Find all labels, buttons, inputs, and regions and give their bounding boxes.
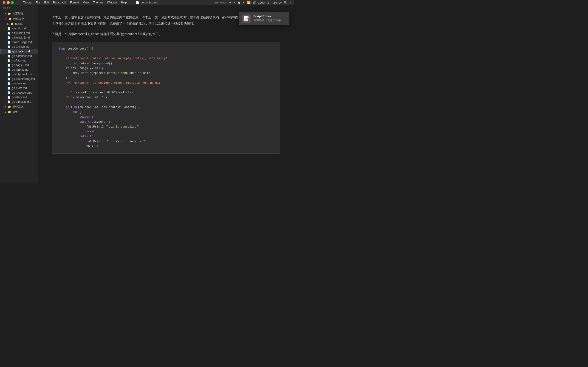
sidebar-item-assets[interactable]: ▶ 📁 assets xyxy=(0,22,38,26)
fullscreen-button[interactable] xyxy=(11,1,14,4)
titlebar-center: 📄 go-context.md xyxy=(136,1,158,4)
notif-content: Script Editor 添加成功：去超市买菜 xyxy=(253,15,281,22)
code-line-21: ch <- 1 xyxy=(59,144,273,149)
titlebar-right: 255 Words ✈ ✂ ⏺ ✶ 📶 🔊 100% S 7:59 AM 🔍 ≡ xyxy=(215,1,291,4)
file-title: go-context.md xyxy=(141,1,158,4)
folder-label: 代码大全 xyxy=(13,17,24,21)
sidebar-item-go-panic[interactable]: 📄 go-panic.md xyxy=(0,81,38,86)
sidebar-item-go-flags[interactable]: 📄 go-flags.md xyxy=(0,58,38,63)
sidebar-item-c-filelock-2[interactable]: 📄 c-filelock-2.md xyxy=(0,35,38,40)
file-label: go-proto.md xyxy=(12,86,27,90)
file-icon: 📄 xyxy=(7,96,10,99)
format-menu[interactable]: Format xyxy=(68,0,81,5)
file-label: c-filelock-2.md xyxy=(12,36,30,39)
code-line-3: // background context returns an empty c… xyxy=(59,56,273,61)
chevron-right-icon: ▶ xyxy=(5,105,6,108)
titlebar-left:  Typora File Edit Paragraph Format View… xyxy=(3,0,129,5)
volume-icon: 🔊 xyxy=(252,1,256,4)
sidebar-item-go-reuseport[interactable]: 📄 go-reuseport.md xyxy=(0,90,38,95)
code-line-15: select { xyxy=(59,115,273,119)
file-icon: 📄 xyxy=(7,91,10,94)
close-button[interactable] xyxy=(3,1,6,4)
code-line-18: break xyxy=(59,129,273,134)
typora-menu[interactable]: Typora xyxy=(21,0,33,5)
sidebar-item-go-stack[interactable]: 📄 go-stack.md xyxy=(0,95,38,100)
code-line-9 xyxy=(59,85,273,90)
sidebar-item-go-context[interactable]: 📄 go-context.md xyxy=(0,49,38,54)
code-line-12 xyxy=(59,100,273,105)
edit-menu[interactable]: Edit xyxy=(42,0,51,5)
chevron-right-icon: ▶ xyxy=(5,110,6,114)
sidebar-item-os[interactable]: ▶ 📁 操作系统 xyxy=(0,104,38,109)
apple-menu[interactable]:  xyxy=(16,0,21,5)
help-menu[interactable]: Help xyxy=(119,0,129,5)
file-icon: 📄 xyxy=(7,100,10,103)
code-line-13: go func(ch chan int, ctx context.Context… xyxy=(59,105,273,110)
sys-icons: ✈ ✂ ⏺ ✶ 📶 🔊 100% S 7:59 AM 🔍 ≡ xyxy=(229,1,291,4)
file-icon: 📄 xyxy=(7,87,10,90)
folder-icon: 📁 xyxy=(10,23,14,25)
folder-icon: 📁 xyxy=(8,12,11,15)
file-icon: 📄 xyxy=(7,82,10,85)
file-label: go-panic.md xyxy=(12,82,27,85)
view-menu[interactable]: View xyxy=(81,0,91,5)
file-label: go-context.md xyxy=(12,50,30,53)
sidebar-item-c-filelock-1[interactable]: 📄 c-filelock-1.md xyxy=(0,31,38,35)
file-label: as-todo.md xyxy=(12,27,26,30)
send-icon: ✈ xyxy=(229,1,232,4)
sidebar-item-go-database[interactable]: 📄 go-database.md xyxy=(0,54,38,58)
sidebar-item-c-ram-usage[interactable]: 📄 c-ram usage.md xyxy=(0,40,38,44)
notification-popup: 📝 Script Editor 添加成功：去超市买菜 xyxy=(239,12,289,25)
minimize-button[interactable] xyxy=(7,1,10,4)
main-layout: FILES ▶ 📁 人工智能 ▼ 📁 代码大全 ▶ 📁 assets 📄 as-… xyxy=(0,5,294,184)
search-icon[interactable]: 🔍 xyxy=(284,1,288,4)
sidebar-item-ops[interactable]: ▶ 📁 运维 xyxy=(0,109,38,115)
wifi-icon: 📶 xyxy=(247,1,251,4)
code-line-4: ctx := context.Background() xyxy=(59,61,273,66)
notif-body: 添加成功：去超市买菜 xyxy=(253,18,281,22)
sirius-icon: S xyxy=(267,1,269,4)
file-icon: 📄 xyxy=(7,27,10,30)
file-label: go-flags.md xyxy=(12,59,26,62)
sidebar-header: FILES xyxy=(0,5,38,11)
file-label: go-format.md xyxy=(12,68,28,71)
sidebar-item-ai[interactable]: ▶ 📁 人工智能 xyxy=(0,11,38,16)
list-icon[interactable]: ≡ xyxy=(289,1,291,4)
folder-icon: 📁 xyxy=(8,105,11,108)
file-menu[interactable]: File xyxy=(34,0,42,5)
code-line-6: fmt.Println("parent context done chan is… xyxy=(59,71,273,76)
prose-paragraph-2: 下面是一个演示context通过cancel操作来通知其他goroutine结束… xyxy=(52,31,280,37)
file-icon: 📄 xyxy=(7,73,10,76)
code-line-17: fmt.Println("ctx is cancelled") xyxy=(59,125,273,129)
content-area[interactable]: 请求上下文，通常包含了超时控制、传递的值这两个重要信息，请求上下文一旦超时或者超… xyxy=(38,5,294,184)
folder-icon: 📁 xyxy=(8,110,11,114)
code-line-19: default: xyxy=(59,134,273,139)
file-icon: 📄 xyxy=(7,59,10,62)
sidebar-item-code[interactable]: ▼ 📁 代码大全 xyxy=(0,16,38,22)
code-line-7: } xyxy=(59,76,273,81)
sidebar-item-go-proto[interactable]: 📄 go-proto.md xyxy=(0,86,38,90)
sidebar-item-as-todo[interactable]: 📄 as-todo.md xyxy=(0,26,38,31)
code-line-11: ch := make(chan int, 10) xyxy=(59,95,273,100)
titlebar:  Typora File Edit Paragraph Format View… xyxy=(0,0,294,5)
sidebar-item-go-httpclient[interactable]: 📄 go-httpclient.md xyxy=(0,72,38,77)
sidebar-item-go-opentracing[interactable]: 📄 go-opentracing.md xyxy=(0,77,38,81)
time-display: 7:59 AM xyxy=(271,1,282,4)
themes-menu[interactable]: Themes xyxy=(91,0,105,5)
sidebar-item-go-format[interactable]: 📄 go-format.md xyxy=(0,67,38,72)
file-icon: 📄 xyxy=(7,41,10,44)
folder-label: 操作系统 xyxy=(12,105,23,109)
code-line-14: for { xyxy=(59,110,273,115)
script-editor-icon: 📝 xyxy=(244,16,250,21)
file-label: go-reuseport.md xyxy=(12,91,32,94)
sidebar-item-go-flags-2[interactable]: 📄 go-flags-2.md xyxy=(0,63,38,67)
window-menu[interactable]: Window xyxy=(105,0,119,5)
paragraph-menu[interactable]: Paragraph xyxy=(51,0,68,5)
scissors-icon: ✂ xyxy=(233,1,236,4)
folder-label: 运维 xyxy=(12,110,18,114)
sidebar-item-go-archive[interactable]: 📄 go-archive.md xyxy=(0,44,38,49)
sidebar-item-go-template[interactable]: 📄 go-template.md xyxy=(0,100,38,104)
code-line-8: //<- ctx.Done() // wouldn't block, empty… xyxy=(59,81,273,85)
code-line-20: fmt.Println("ctx is not cancelled") xyxy=(59,139,273,144)
bluetooth-icon: ✶ xyxy=(242,1,245,4)
